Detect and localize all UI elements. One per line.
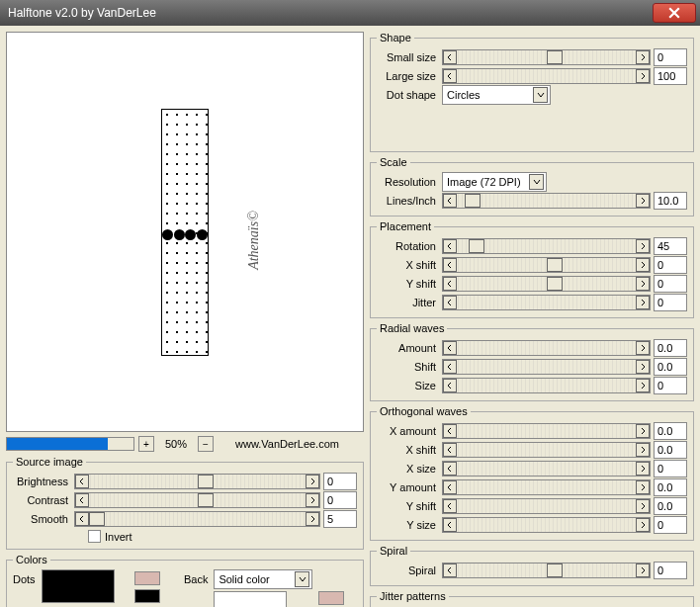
dots-color-swatch[interactable] [42,569,115,603]
zoom-out-button[interactable]: − [198,436,214,452]
placement-group: Placement Rotation X shift Y shift Jitte… [370,220,694,318]
arrow-right-icon[interactable] [306,475,319,488]
resolution-combo[interactable]: Image (72 DPI) [442,172,547,192]
back-color-swatch[interactable] [214,591,287,607]
rotation-slider[interactable] [442,238,651,254]
dots-label: Dots [13,573,36,585]
arrow-left-icon[interactable] [75,493,89,507]
radial-group: Radial waves Amount Shift Size [370,322,694,401]
smooth-slider[interactable] [74,511,320,527]
lines-value[interactable] [654,192,687,210]
source-image-group: Source image Brightness Contrast [6,456,364,550]
arrow-right-icon[interactable] [306,493,319,507]
window-title: Halftone v2.0 by VanDerLee [8,6,653,20]
brightness-slider[interactable] [74,474,320,489]
zoom-progress[interactable] [6,437,134,451]
zoom-percent: 50% [158,438,194,450]
arrow-right-icon[interactable] [306,512,319,526]
colors-group: Colors Dots B/W Swap [6,554,364,607]
xshift-slider[interactable] [442,257,651,273]
spiral-group: Spiral Spiral [370,545,694,586]
arrow-left-icon[interactable] [75,475,89,488]
jitter-patterns-group: Jitter patterns Randomizer [370,590,694,607]
invert-label: Invert [105,531,132,543]
dots-preset-swatch[interactable] [134,589,160,603]
scale-group: Scale Resolution Image (72 DPI) Lines/In… [370,156,694,217]
titlebar: Halftone v2.0 by VanDerLee [0,0,700,26]
chevron-down-icon[interactable] [295,571,309,587]
brightness-value[interactable] [323,473,357,490]
watermark: Athenaïs© [246,211,262,270]
back-label: Back [184,573,208,585]
large-size-slider[interactable] [442,68,651,84]
dot-shape-combo[interactable]: Circles [442,85,551,105]
large-size-value[interactable] [654,67,687,85]
source-image-legend: Source image [13,456,86,468]
close-button[interactable] [653,3,696,23]
dots-preset-swatch[interactable] [134,571,160,585]
chevron-down-icon[interactable] [529,174,544,190]
brightness-label: Brightness [13,476,74,487]
arrow-left-icon[interactable] [75,512,89,526]
lines-slider[interactable] [442,193,651,209]
smooth-label: Smooth [13,513,74,525]
zoom-bar: + 50% − www.VanDerLee.com [6,436,364,452]
small-size-slider[interactable] [442,49,651,65]
halftone-preview [161,109,209,356]
preview-area: Athenaïs© [6,32,364,432]
zoom-in-button[interactable]: + [138,436,154,452]
contrast-label: Contrast [13,494,74,506]
close-icon [668,7,680,19]
orthogonal-group: Orthogonal waves X amount X shift X size… [370,405,694,541]
colors-legend: Colors [13,554,50,565]
chevron-down-icon[interactable] [533,87,548,103]
smooth-value[interactable] [323,510,357,528]
small-size-value[interactable] [654,48,687,66]
shape-group: Shape Small size Large size Dot shape Ci… [370,32,694,152]
yshift-slider[interactable] [442,276,651,292]
url-link[interactable]: www.VanDerLee.com [235,438,339,450]
back-preset-swatch[interactable] [318,591,344,605]
invert-checkbox[interactable] [88,530,101,543]
contrast-slider[interactable] [74,492,320,508]
contrast-value[interactable] [323,491,357,509]
back-mode-combo[interactable]: Solid color [214,569,312,589]
jitter-slider[interactable] [442,295,651,310]
